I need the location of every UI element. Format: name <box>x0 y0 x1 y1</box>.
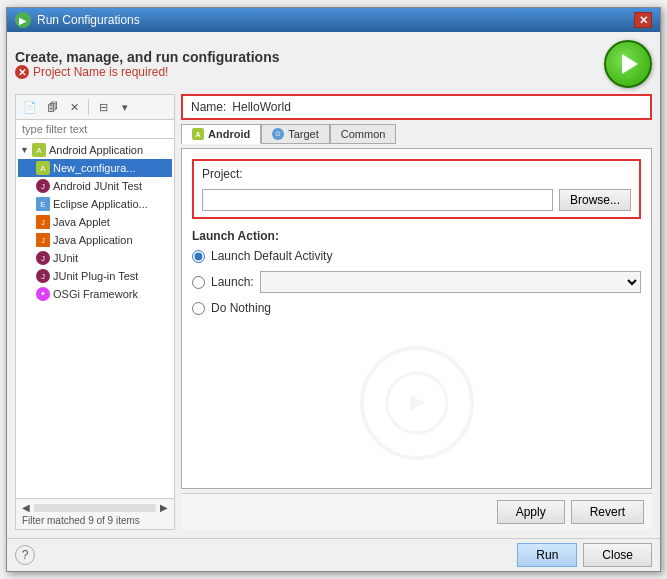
project-input-row: Browse... <box>202 189 631 211</box>
list-item[interactable]: J Android JUnit Test <box>18 177 172 195</box>
left-footer: ◀ ▶ Filter matched 9 of 9 items <box>16 498 174 529</box>
generic-icon: E <box>36 197 50 211</box>
list-item[interactable]: J Java Application <box>18 231 172 249</box>
title-bar: ▶ Run Configurations ✕ <box>7 8 660 32</box>
launch-dropdown[interactable] <box>260 271 641 293</box>
close-window-button[interactable]: ✕ <box>634 12 652 28</box>
tree-item-label: Java Applet <box>53 216 110 228</box>
tree-group-android[interactable]: ▼ A Android Application <box>18 141 172 159</box>
android-group-icon: A <box>32 143 46 157</box>
new-config-button[interactable]: 📄 <box>20 97 40 117</box>
tab-target-label: Target <box>288 128 319 140</box>
launch-activity-label: Launch: <box>211 275 254 289</box>
header-section: Create, manage, and run configurations ✕… <box>15 49 280 79</box>
error-icon: ✕ <box>15 65 29 79</box>
project-section: Project: Browse... <box>192 159 641 219</box>
tree-item-label: Eclipse Applicatio... <box>53 198 148 210</box>
scroll-track <box>34 504 156 512</box>
right-panel: Name: A Android ⊙ Target Common <box>181 94 652 530</box>
do-nothing-radio[interactable] <box>192 302 205 315</box>
name-label: Name: <box>191 100 226 114</box>
tree-item-label: JUnit <box>53 252 78 264</box>
body-row: 📄 🗐 ✕ ⊟ ▾ ▼ A Android Application A <box>15 94 652 530</box>
browse-button[interactable]: Browse... <box>559 189 631 211</box>
left-panel: 📄 🗐 ✕ ⊟ ▾ ▼ A Android Application A <box>15 94 175 530</box>
do-nothing-row: Do Nothing <box>192 299 641 317</box>
run-configurations-window: ▶ Run Configurations ✕ Create, manage, a… <box>6 7 661 572</box>
java-icon: J <box>36 215 50 229</box>
list-item[interactable]: J JUnit <box>18 249 172 267</box>
project-input[interactable] <box>202 189 553 211</box>
android-tab-icon: A <box>192 128 204 140</box>
launch-activity-row: Launch: <box>192 269 641 295</box>
footer-bar: ? Run Close <box>7 538 660 571</box>
list-item[interactable]: E Eclipse Applicatio... <box>18 195 172 213</box>
target-tab-icon: ⊙ <box>272 128 284 140</box>
osgi-icon: ✦ <box>36 287 50 301</box>
tree-item-label: New_configura... <box>53 162 136 174</box>
chevron-icon: ▼ <box>20 145 29 155</box>
more-button[interactable]: ▾ <box>115 97 135 117</box>
delete-config-button[interactable]: ✕ <box>64 97 84 117</box>
toolbar-separator <box>88 99 89 115</box>
header-row: Create, manage, and run configurations ✕… <box>15 40 652 88</box>
main-content: Create, manage, and run configurations ✕… <box>7 32 660 538</box>
run-triangle-icon <box>622 54 638 74</box>
tree-item-label: Android JUnit Test <box>53 180 142 192</box>
window-icon: ▶ <box>15 12 31 28</box>
scroll-row: ◀ ▶ <box>22 502 168 513</box>
launch-section: Launch Action: Launch Default Activity L… <box>192 229 641 317</box>
list-item[interactable]: ✦ OSGi Framework <box>18 285 172 303</box>
duplicate-config-button[interactable]: 🗐 <box>42 97 62 117</box>
name-field-row: Name: <box>181 94 652 120</box>
do-nothing-label: Do Nothing <box>211 301 271 315</box>
error-row: ✕ Project Name is required! <box>15 65 280 79</box>
list-item[interactable]: J Java Applet <box>18 213 172 231</box>
project-label: Project: <box>202 167 631 181</box>
android-icon: A <box>36 161 50 175</box>
filter-status: Filter matched 9 of 9 items <box>22 515 168 526</box>
close-footer-button[interactable]: Close <box>583 543 652 567</box>
run-button[interactable] <box>604 40 652 88</box>
error-message: Project Name is required! <box>33 65 168 79</box>
tabs-row: A Android ⊙ Target Common <box>181 124 652 144</box>
junit-icon: J <box>36 179 50 193</box>
watermark-svg: ▶ <box>357 343 477 463</box>
config-panel: Project: Browse... Launch Action: La <box>181 148 652 489</box>
launch-action-label: Launch Action: <box>192 229 641 243</box>
java-icon: J <box>36 233 50 247</box>
filter-input[interactable] <box>16 120 174 139</box>
launch-activity-radio[interactable] <box>192 276 205 289</box>
launch-default-radio[interactable] <box>192 250 205 263</box>
footer-right: Run Close <box>517 543 652 567</box>
watermark-area: ▶ <box>192 327 641 478</box>
tree-group-label: Android Application <box>49 144 143 156</box>
launch-default-label: Launch Default Activity <box>211 249 332 263</box>
tab-target[interactable]: ⊙ Target <box>261 124 330 144</box>
apply-button[interactable]: Apply <box>497 500 565 524</box>
collapse-button[interactable]: ⊟ <box>93 97 113 117</box>
junit-icon: J <box>36 251 50 265</box>
run-footer-button[interactable]: Run <box>517 543 577 567</box>
launch-default-row: Launch Default Activity <box>192 247 641 265</box>
name-input[interactable] <box>232 100 642 114</box>
scroll-right-icon[interactable]: ▶ <box>160 502 168 513</box>
project-inner: Project: Browse... <box>202 167 631 211</box>
tab-android-label: Android <box>208 128 250 140</box>
tab-android[interactable]: A Android <box>181 124 261 144</box>
tab-common-label: Common <box>341 128 386 140</box>
help-button[interactable]: ? <box>15 545 35 565</box>
scroll-left-icon[interactable]: ◀ <box>22 502 30 513</box>
window-title: Run Configurations <box>37 13 140 27</box>
tab-common[interactable]: Common <box>330 124 397 144</box>
list-item[interactable]: A New_configura... <box>18 159 172 177</box>
title-bar-left: ▶ Run Configurations <box>15 12 140 28</box>
tree-item-label: JUnit Plug-in Test <box>53 270 138 282</box>
tree-item-label: OSGi Framework <box>53 288 138 300</box>
svg-text:▶: ▶ <box>409 390 425 412</box>
revert-button[interactable]: Revert <box>571 500 644 524</box>
list-item[interactable]: J JUnit Plug-in Test <box>18 267 172 285</box>
junit-icon: J <box>36 269 50 283</box>
tree-container: ▼ A Android Application A New_configura.… <box>16 139 174 498</box>
tree-item-label: Java Application <box>53 234 133 246</box>
